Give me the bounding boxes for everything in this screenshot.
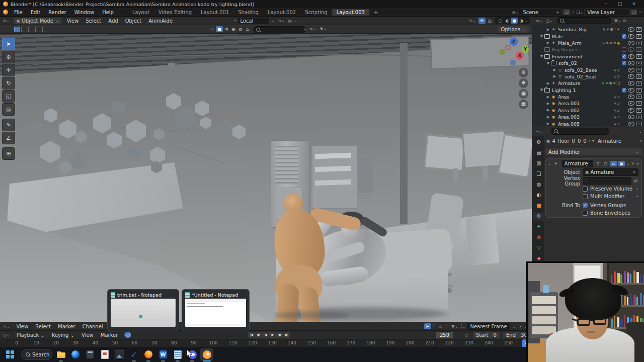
properties-options-icon[interactable]: ⌄: [638, 129, 642, 134]
outliner-scope-icon[interactable]: ❏⌄: [544, 19, 554, 23]
caret-right-icon[interactable]: ▶: [546, 28, 550, 32]
add-modifier-button[interactable]: Add Modifier ⌄: [545, 148, 642, 155]
select-mode-intersect[interactable]: [42, 27, 48, 32]
collection-checkbox[interactable]: [622, 47, 626, 52]
outliner-row-area-002[interactable]: ▶◉Area.002↳▱: [532, 107, 644, 114]
jump-to-start-button[interactable]: |◀: [248, 332, 255, 338]
caret-right-icon[interactable]: ▶: [546, 102, 550, 106]
breadcrumb-object[interactable]: 4_floor_0_0_0: [552, 138, 587, 144]
timeline-menu-keying[interactable]: Keying ⌄: [48, 332, 78, 338]
close-button[interactable]: ×: [627, 1, 641, 8]
shading-mode-1-icon[interactable]: ◐: [504, 18, 511, 24]
visibility-eye-icon[interactable]: [628, 81, 634, 85]
select-box-tool[interactable]: ➤: [2, 38, 15, 50]
play-button[interactable]: ▶: [269, 332, 276, 338]
visibility-eye-icon[interactable]: [628, 34, 634, 39]
properties-tab-object-data[interactable]: ▽: [533, 243, 544, 252]
shading-mode-2-icon[interactable]: ●: [511, 18, 518, 24]
options-button[interactable]: Options ⌄: [498, 26, 529, 33]
dropdown-icon[interactable]: ⌄: [303, 27, 307, 31]
frame-start-field[interactable]: Start0: [473, 332, 500, 338]
shading-mode-3-icon[interactable]: ◑: [518, 18, 525, 24]
mode-selector[interactable]: ▣ Object Mode ⌄: [14, 18, 61, 24]
outliner-row-male[interactable]: ▼Male✓: [532, 33, 644, 39]
add-workspace-button[interactable]: +: [369, 9, 382, 16]
dashed-box-icon[interactable]: ⛶: [431, 324, 437, 329]
preview-thumbnail[interactable]: [185, 299, 246, 327]
taskbar-app-firefox[interactable]: [142, 348, 155, 360]
object-value-field[interactable]: ▣ Armature ×: [583, 168, 638, 176]
view-layer-selector[interactable]: View Layer: [584, 9, 629, 16]
viewport-menu-select[interactable]: Select: [82, 18, 105, 24]
drag-handle-icon[interactable]: ≡: [636, 161, 639, 166]
preserve-volume-checkbox[interactable]: [583, 187, 588, 192]
taskbar-app-blender[interactable]: [200, 348, 213, 360]
render-camera-icon[interactable]: [636, 74, 642, 79]
pin-icon[interactable]: ⌖: [639, 139, 642, 144]
menu-render[interactable]: Render: [44, 10, 70, 15]
visibility-eye-icon[interactable]: [628, 27, 634, 32]
taskbar-app-notepad[interactable]: [171, 348, 184, 360]
taskbar-app-photos[interactable]: [113, 348, 126, 360]
timeline-menu-view[interactable]: View: [78, 332, 97, 338]
toolsettings-icon-5[interactable]: ◍: [237, 26, 244, 32]
cage-display-icon[interactable]: ◻: [602, 161, 608, 166]
render-camera-icon[interactable]: [636, 122, 642, 126]
gizmo-y-axis[interactable]: Y: [522, 46, 529, 53]
xray-toggle-icon[interactable]: ▥: [487, 19, 494, 23]
render-camera-icon[interactable]: [636, 108, 642, 113]
proportional-icon[interactable]: ∙: [518, 324, 523, 329]
start-button[interactable]: [6, 350, 14, 358]
maximize-button[interactable]: ▢: [613, 1, 627, 8]
gizmo-x-axis[interactable]: X: [516, 52, 524, 60]
cursor-tool[interactable]: ⊕: [2, 51, 15, 63]
realtime-display-icon[interactable]: ▭: [610, 161, 617, 166]
outliner-filter-icon[interactable]: ▼⌄: [614, 19, 621, 23]
render-camera-icon[interactable]: [636, 61, 642, 65]
visibility-eye-icon[interactable]: [628, 61, 634, 65]
visibility-eye-icon[interactable]: [628, 95, 634, 99]
properties-tab-modifiers[interactable]: ⚙: [533, 212, 544, 221]
render-camera-icon[interactable]: [636, 115, 642, 119]
scene-icon[interactable]: ◍⌄: [512, 10, 519, 15]
collection-checkbox[interactable]: ✓: [622, 34, 626, 39]
caret-right-icon[interactable]: ▶: [546, 115, 550, 119]
visibility-eye-icon[interactable]: [628, 47, 634, 52]
next-keyframe-button[interactable]: ∙▶: [276, 332, 283, 338]
workspace-tab-scripting[interactable]: Scripting: [300, 9, 332, 16]
taskbar-app-calculator[interactable]: [84, 348, 97, 360]
menu-help[interactable]: Help: [98, 10, 118, 15]
show-overlays-icon[interactable]: ✛: [478, 18, 486, 24]
caret-down-icon[interactable]: ▼: [539, 88, 544, 92]
caret-down-icon[interactable]: ▼: [539, 34, 544, 38]
timeline-ruler[interactable]: 259 010203040506070809010011012013014015…: [0, 339, 532, 347]
editor-type-3d-icon[interactable]: ⊞⌄: [0, 19, 12, 23]
shading-dropdown-icon[interactable]: ⌄: [525, 19, 528, 23]
caret-down-icon[interactable]: ▼: [546, 61, 550, 65]
render-camera-icon[interactable]: [636, 88, 642, 93]
render-camera-icon[interactable]: [636, 27, 642, 32]
camera-view-icon[interactable]: ▣: [519, 89, 528, 99]
outliner-row-rig-shapes[interactable]: Rig Shapes: [532, 46, 644, 53]
toolsettings-icon-1[interactable]: ◌: [209, 26, 216, 32]
edit-mode-display-icon[interactable]: ▽: [595, 161, 601, 166]
caret-right-icon[interactable]: ▶: [546, 81, 550, 85]
outliner-row-male-arm[interactable]: ▶✶Male_Arm↳✶⚙✶◆: [532, 40, 644, 46]
new-scene-button[interactable]: ❏: [563, 10, 570, 15]
modifier-name-field[interactable]: Armature: [562, 160, 594, 167]
preview-trim-bat[interactable]: trim.bat - Notepad: [107, 289, 179, 331]
workspace-tab-shading[interactable]: Shading: [233, 9, 263, 16]
gizmo-z-axis[interactable]: Z: [510, 38, 518, 46]
gizmo-neg-z[interactable]: [510, 60, 516, 65]
minimize-button[interactable]: –: [599, 1, 613, 8]
dopesheet-menu-select[interactable]: Select: [32, 324, 54, 329]
render-camera-icon[interactable]: [636, 54, 642, 59]
caret-right-icon[interactable]: ▶: [552, 68, 557, 72]
snap-mode-selector[interactable]: Nearest Frame: [467, 323, 510, 330]
new-view-layer-button[interactable]: ❏: [630, 10, 637, 15]
properties-editor-icon[interactable]: ≡⌄: [534, 129, 544, 134]
outliner-row-armature[interactable]: ▶✶Armature↳✶⚙✶❏: [532, 80, 644, 86]
visibility-eye-icon[interactable]: [628, 108, 634, 113]
view-layer-icon[interactable]: ❏⌄: [576, 10, 583, 15]
annotate-tool[interactable]: ✎: [2, 119, 15, 131]
